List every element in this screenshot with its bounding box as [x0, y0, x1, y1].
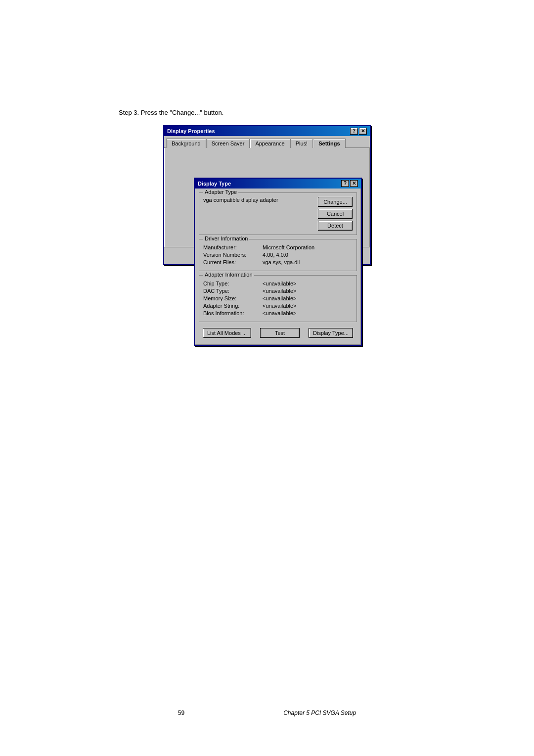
display-type-title: Display Type: [198, 181, 231, 187]
memory-size-row: Memory Size: <unavailable>: [203, 295, 353, 301]
step-instruction: Step 3. Press the "Change..." button.: [119, 109, 223, 116]
display-properties-dialog: Display Properties ? ✕ Background Screen…: [163, 125, 371, 265]
adapter-string-value: <unavailable>: [263, 303, 297, 309]
display-properties-titlebar: Display Properties ? ✕: [164, 126, 370, 136]
adapter-string-label: Adapter String:: [203, 303, 263, 309]
bios-info-label: Bios Information:: [203, 310, 263, 316]
manufacturer-value: Microsoft Corporation: [263, 244, 314, 250]
adapter-information-group: Adapter Information Chip Type: <unavaila…: [199, 275, 357, 322]
tab-appearance[interactable]: Appearance: [250, 139, 290, 148]
driver-row-files: Current Files: vga.sys, vga.dll: [203, 259, 353, 265]
version-value: 4.00, 4.0.0: [263, 252, 288, 258]
display-type-titlebar: Display Type ? ✕: [195, 179, 361, 189]
dac-type-value: <unavailable>: [263, 288, 297, 294]
adapter-info-content: Chip Type: <unavailable> DAC Type: <unav…: [203, 278, 353, 316]
list-all-modes-button[interactable]: List All Modes ...: [203, 328, 251, 338]
change-button[interactable]: Change...: [318, 197, 353, 207]
driver-row-version: Version Numbers: 4.00, 4.0.0: [203, 252, 353, 258]
dac-type-row: DAC Type: <unavailable>: [203, 288, 353, 294]
adapter-string-row: Adapter String: <unavailable>: [203, 303, 353, 309]
tab-background[interactable]: Background: [166, 139, 206, 148]
tab-settings[interactable]: Settings: [313, 139, 345, 148]
manufacturer-label: Manufacturer:: [203, 244, 263, 250]
chip-type-value: <unavailable>: [263, 281, 297, 286]
display-type-button[interactable]: Display Type...: [309, 328, 353, 338]
page-content: Step 3. Press the "Change..." button. Di…: [0, 0, 534, 265]
inner-cancel-button[interactable]: Cancel: [318, 209, 353, 219]
tab-screen-saver[interactable]: Screen Saver: [206, 139, 250, 148]
adapter-buttons: Change... Cancel Detect: [318, 197, 353, 231]
adapter-type-content: vga compatible display adapter Change...…: [203, 195, 353, 231]
page-footer: 59 Chapter 5 PCI SVGA Setup: [0, 709, 534, 716]
driver-info-label: Driver Information: [203, 236, 249, 241]
display-type-dialog: Display Type ? ✕ Adapter Type vga compat…: [194, 178, 362, 346]
inner-dialog-body: Adapter Type vga compatible display adap…: [195, 189, 361, 345]
files-label: Current Files:: [203, 259, 263, 265]
dac-type-label: DAC Type:: [203, 288, 263, 294]
bios-info-value: <unavailable>: [263, 310, 297, 316]
inner-bottom-buttons: List All Modes ... Test Display Type...: [199, 326, 357, 341]
bios-info-row: Bios Information: <unavailable>: [203, 310, 353, 316]
page-number: 59: [178, 709, 184, 716]
chip-type-row: Chip Type: <unavailable>: [203, 281, 353, 286]
close-button[interactable]: ✕: [359, 128, 367, 135]
test-button[interactable]: Test: [260, 328, 300, 338]
chip-type-label: Chip Type:: [203, 281, 263, 286]
inner-close-button[interactable]: ✕: [350, 180, 358, 187]
outer-dialog-body: Display Type ? ✕ Adapter Type vga compat…: [164, 148, 370, 247]
tab-plus[interactable]: Plus!: [290, 139, 313, 148]
dialog-tabs: Background Screen Saver Appearance Plus!…: [164, 136, 370, 148]
help-button[interactable]: ?: [350, 128, 358, 135]
memory-size-value: <unavailable>: [263, 295, 297, 301]
adapter-type-group: Adapter Type vga compatible display adap…: [199, 192, 357, 235]
adapter-name: vga compatible display adapter: [203, 197, 278, 203]
detect-button[interactable]: Detect: [318, 221, 353, 231]
display-properties-title: Display Properties: [167, 128, 215, 134]
inner-help-button[interactable]: ?: [341, 180, 349, 187]
adapter-info-label: Adapter Information: [203, 272, 254, 278]
chapter-text: Chapter 5 PCI SVGA Setup: [283, 709, 356, 716]
adapter-type-label: Adapter Type: [203, 189, 238, 195]
driver-info-content: Manufacturer: Microsoft Corporation Vers…: [203, 241, 353, 265]
driver-row-manufacturer: Manufacturer: Microsoft Corporation: [203, 244, 353, 250]
inner-titlebar-buttons: ? ✕: [341, 180, 358, 187]
driver-information-group: Driver Information Manufacturer: Microso…: [199, 239, 357, 271]
files-value: vga.sys, vga.dll: [263, 259, 300, 265]
version-label: Version Numbers:: [203, 252, 263, 258]
titlebar-buttons: ? ✕: [350, 128, 367, 135]
memory-size-label: Memory Size:: [203, 295, 263, 301]
